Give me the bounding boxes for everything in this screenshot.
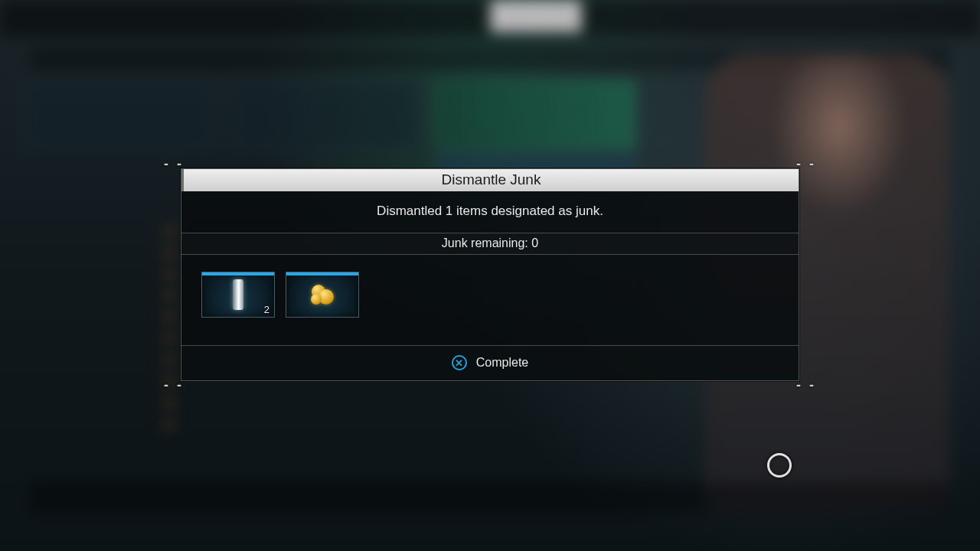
result-items-row: 2 [181,255,799,345]
result-item[interactable]: 2 [201,272,275,318]
corner-decor: - - [164,377,184,393]
cursor-ring-icon [767,453,792,478]
complete-button[interactable]: Complete [476,356,528,370]
corner-decor: - - [796,156,816,172]
cross-button-icon: ✕ [452,355,467,370]
dialog-message: Dismantled 1 items designated as junk. [181,191,799,233]
corner-decor: - - [796,377,816,393]
item-count: 2 [264,304,270,315]
result-item[interactable] [286,272,359,318]
dialog-footer: ✕ Complete [181,345,799,380]
junk-remaining-label: Junk remaining: 0 [181,233,799,255]
gold-nugget-icon [286,272,358,317]
corner-decor: - - [164,156,184,172]
dialog-title: Dismantle Junk [181,169,799,191]
dismantle-dialog: - - - - - - - - Dismantle Junk Dismantle… [181,168,799,381]
